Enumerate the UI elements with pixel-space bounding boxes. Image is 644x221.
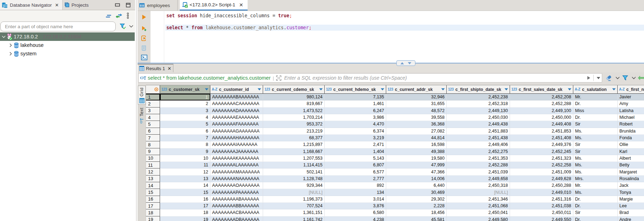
grid-cell[interactable]: AAAAAAAAGAAAAAAA [210,128,263,135]
grid-cell[interactable]: 1,114,415 [263,162,325,168]
grid-cell[interactable]: 5,143 [325,155,386,162]
grid-cell[interactable]: 1,196,373 [263,196,325,203]
execute-statement-icon[interactable] [142,14,146,20]
grid-cell[interactable]: Ms. [573,162,618,168]
tab-database-navigator[interactable]: Database Navigator ✕ [0,0,63,10]
grid-cell[interactable]: 2,449,658 [447,176,510,182]
grid-cell[interactable]: 10 [160,155,210,162]
grid-cell[interactable]: Sir [573,121,618,128]
grid-cell[interactable]: 6,807 [325,162,386,168]
grid-cell[interactable]: 2,451,408 [510,135,573,141]
grid-cell[interactable]: 213,219 [263,128,325,135]
grid-cell[interactable]: 1,461 [325,100,386,107]
grid-cell[interactable]: 1,168,667 [263,148,325,155]
sql-console-icon[interactable] [141,55,147,60]
apply-filter-icon[interactable] [587,76,591,80]
grid-cell[interactable]: 2,451,346 [447,196,510,203]
grid-cell[interactable]: 5 [160,121,210,128]
grid-cell[interactable]: Latisha [618,108,644,114]
column-header-c_customer_id[interactable]: A-Zc_customer_id [210,85,263,94]
results-data-grid[interactable]: 123c_customer_skA-Zc_customer_id123c_cur… [146,85,644,221]
grid-cell[interactable]: Fonda [618,135,644,141]
filter-history-dropdown-icon[interactable] [597,77,600,79]
row-number-cell[interactable]: 5 [146,121,160,128]
grid-cell[interactable]: Tonya [618,189,644,196]
grid-cell[interactable]: AAAAAAAAFAAAAAAA [210,121,263,128]
grid-cell[interactable]: 6 [160,128,210,135]
grid-cell[interactable]: 892 [325,182,386,189]
filter-settings-icon[interactable] [120,23,126,30]
grid-cell[interactable]: Dr. [573,216,618,221]
grid-cell[interactable]: Sir [573,209,618,216]
tab-employees[interactable]: employees [138,0,178,11]
tab-script-1[interactable]: <172.18.0.2> Script-1 ✕ [180,0,248,11]
grid-cell[interactable]: 2,450,030 [447,114,510,121]
filters-menu-icon[interactable] [622,75,628,81]
grid-cell[interactable]: 1 [160,94,210,100]
grid-cell[interactable]: 2,452,208 [510,94,573,100]
grid-cell[interactable]: Andre [618,216,644,221]
row-number-cell[interactable]: 2 [146,100,160,107]
grid-cell[interactable]: 2,451,038 [510,203,573,209]
chevron-right-icon[interactable] [8,43,13,47]
grid-cell[interactable]: 48,572 [386,108,447,114]
grid-cell[interactable]: Dr. [573,100,618,107]
grid-cell[interactable]: 1,404 [325,148,386,155]
grid-cell[interactable]: 2,471 [325,141,386,148]
column-header-c_current_cdemo_sk[interactable]: 123c_current_cdemo_sk [263,85,325,94]
grid-cell[interactable]: 7 [160,135,210,141]
minimize-icon[interactable] [115,3,120,7]
grid-cell[interactable]: Dr. [573,114,618,121]
grid-cell[interactable]: AAAAAAAAMAAAAAAA [210,168,263,175]
grid-cell[interactable]: 2,452,288 [510,100,573,107]
grid-cell[interactable]: AAAAAAAAABAAAAAA [210,196,263,203]
filters-menu-dropdown-icon[interactable] [632,76,636,79]
grid-cell[interactable]: 14,006 [386,176,447,182]
column-header-c_current_hdemo_sk[interactable]: 123c_current_hdemo_sk [325,85,386,94]
grid-cell[interactable]: 2,452,245 [510,148,573,155]
grid-cell[interactable]: 3,986 [325,114,386,121]
grid-cell[interactable]: 3,219 [325,135,386,141]
grid-cell[interactable]: 2,452,288 [447,162,510,168]
grid-cell[interactable]: 2,449,408 [510,121,573,128]
grid-cell[interactable]: 18,456 [386,209,447,216]
grid-cell[interactable]: 2,450,318 [447,182,510,189]
grid-cell[interactable]: 2,451,316 [510,196,573,203]
collapse-all-icon[interactable] [106,13,111,18]
grid-cell[interactable]: Mr. [573,94,618,100]
grid-cell[interactable]: 44,814 [386,135,447,141]
grid-cell[interactable]: 2,451,853 [510,128,573,135]
grid-cell[interactable]: [NULL] [447,189,510,196]
grid-cell[interactable]: AAAAAAAABAAAAAAA [210,94,263,100]
sort-dropdown-icon[interactable] [504,88,508,91]
grid-cell[interactable]: AAAAAAAABBAAAAAA [210,203,263,209]
grid-cell[interactable]: 2,452,258 [510,162,573,168]
grid-cell[interactable]: 13 [160,176,210,182]
close-icon[interactable]: ✕ [55,2,59,8]
grid-cell[interactable]: 6,580 [325,209,386,216]
grid-cell[interactable]: 980,124 [263,94,325,100]
grid-cell[interactable]: 2,449,010 [510,189,573,196]
grid-cell[interactable]: 1,207,553 [263,155,325,162]
grid-cell[interactable]: 6,440 [386,182,447,189]
grid-cell[interactable]: 4 [160,114,210,121]
row-number-cell[interactable]: 10 [146,155,160,162]
grid-cell[interactable]: Ms. [573,168,618,175]
grid-cell[interactable]: 2,450,288 [510,182,573,189]
row-number-cell[interactable]: 4 [146,114,160,121]
grid-cell[interactable]: 3 [160,108,210,114]
row-number-cell[interactable]: 12 [146,168,160,175]
grid-cell[interactable]: Ms. [573,135,618,141]
grid-cell[interactable]: 2,451,068 [447,203,510,209]
tab-grid-view[interactable]: Grid [138,86,146,105]
grid-cell[interactable]: 2,449,100 [510,108,573,114]
row-number-cell[interactable]: 15 [146,189,160,196]
grid-cell[interactable]: 3,014 [325,196,386,203]
grid-cell[interactable]: Amy [618,100,644,107]
grid-cell[interactable]: 12 [160,168,210,175]
grid-cell[interactable]: 2,452,318 [447,100,510,107]
grid-cell[interactable]: Robert [618,121,644,128]
execute-script-icon[interactable] [141,35,147,41]
grid-cell[interactable]: 2,451,883 [447,128,510,135]
previous-result-icon[interactable] [638,75,644,80]
